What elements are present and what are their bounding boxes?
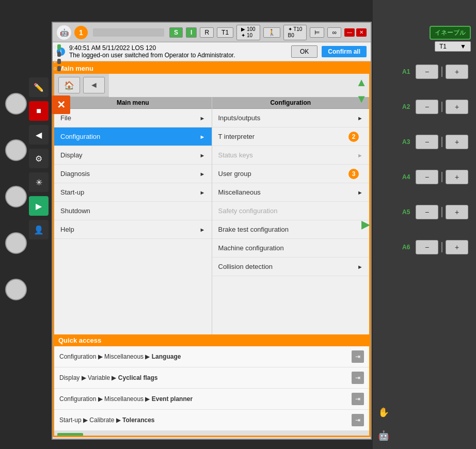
axis-a3-minus[interactable]: − [416, 135, 438, 149]
sidebar-circle-4[interactable] [5, 232, 27, 254]
hand-icon-btn[interactable]: ✋ [378, 407, 389, 418]
confirm-all-button[interactable]: Confirm all [322, 46, 367, 57]
quick-access-item-language[interactable]: Configuration ▶ Miscellaneous ▶ Language… [54, 346, 369, 367]
sidebar-circle-2[interactable] [5, 139, 27, 161]
menu-col-config: Configuration Inputs/outputs ► T interpr… [212, 97, 370, 334]
sidebar-circle-5[interactable] [5, 279, 27, 300]
axis-label-a1: A1 [402, 68, 412, 75]
t1-dropdown[interactable]: T1 ▼ [435, 41, 471, 52]
axis-a2-divider [441, 102, 442, 112]
play-right-btn[interactable]: ▶ [361, 218, 370, 231]
menu-io-arrow: ► [357, 115, 363, 121]
axis-a6-minus[interactable]: − [416, 240, 438, 254]
menu-collision-detect[interactable]: Collision detection ► [212, 258, 370, 276]
menu-shutdown[interactable]: Shutdown [54, 202, 212, 220]
panel-side-nav: ▲ ▼ [356, 74, 367, 108]
user-icon-btn[interactable]: 👤 [29, 220, 49, 239]
quick-access-arrow-event[interactable]: ⇥ [352, 393, 364, 405]
btn-t10[interactable]: ✦ T10B0 [283, 25, 307, 40]
menu-file-arrow: ► [200, 115, 205, 121]
axis-a5-plus[interactable]: + [446, 205, 468, 219]
quick-access-arrow-language[interactable]: ⇥ [352, 350, 364, 363]
nav-back-btn[interactable]: ◄ [83, 77, 105, 93]
btn-arrows[interactable]: ⊨ [310, 27, 324, 38]
quick-access-arrow-tolerances[interactable]: ⇥ [352, 414, 364, 426]
menu-tinterp-label: T interpreter [218, 133, 255, 140]
menu-col-main: Main menu File ► Configuration ► Display… [54, 97, 212, 334]
menu-startup-label: Start-up [60, 188, 84, 196]
badge-2: 2 [348, 132, 359, 142]
axis-a2-plus[interactable]: + [446, 100, 468, 114]
axis-a5-minus[interactable]: − [416, 205, 438, 219]
title-bar: 🤖 1 S I R T1 ▶ 100✦ 10 🚶 ✦ T10B0 ⊨ ∞ — ✕ [53, 23, 371, 42]
indicator-lights: 0 1 2 0 [53, 43, 62, 72]
menu-safetyconfig-label: Safety configuration [218, 207, 278, 215]
menu-t-interpreter[interactable]: T interpreter 2 [212, 127, 370, 146]
close-icon: ✕ [57, 99, 66, 111]
axis-a1-minus[interactable]: − [416, 65, 438, 79]
btn-t1[interactable]: T1 [217, 27, 233, 38]
sidebar-circle-1[interactable] [5, 93, 27, 115]
axis-label-a6: A6 [402, 244, 412, 251]
settings-icon-btn[interactable]: ⚙ [29, 149, 49, 168]
back-icon-btn[interactable]: ◀ [29, 125, 49, 145]
minimize-btn[interactable]: — [344, 28, 355, 37]
enable-button[interactable]: イネーブル [430, 26, 471, 40]
robot-bottom-icon[interactable]: 🤖 [378, 430, 389, 441]
menu-user-group[interactable]: User group 3 [212, 165, 370, 183]
quick-access-arrow-cyclical[interactable]: ⇥ [352, 372, 364, 384]
panel-nav-down[interactable]: ▼ [356, 92, 367, 106]
menu-brake-test[interactable]: Brake test configuration [212, 220, 370, 239]
menu-configuration-arrow: ► [200, 134, 205, 140]
btn-walk[interactable]: 🚶 [263, 27, 280, 38]
ok-button[interactable]: OK [291, 45, 318, 58]
menu-collisiondetect-arrow: ► [357, 264, 363, 270]
menu-braketest-label: Brake test configuration [218, 226, 289, 233]
axis-a3-plus[interactable]: + [446, 135, 468, 149]
left-sidebar [5, 93, 27, 300]
btn-inf[interactable]: ∞ [327, 27, 341, 38]
nav-buttons: 🏠 ◄ [54, 74, 109, 97]
edit-icon-btn[interactable]: ✏️ [29, 77, 49, 97]
axis-a4-minus[interactable]: − [416, 170, 438, 184]
stop-icon-btn[interactable]: ■ [29, 101, 49, 121]
btn-r[interactable]: R [200, 27, 214, 38]
close-btn[interactable]: ✕ [52, 95, 70, 114]
status-message: The logged-on user switched from Operato… [69, 52, 235, 59]
panel-nav-up[interactable]: ▲ [356, 76, 367, 89]
window-close-btn[interactable]: ✕ [356, 28, 367, 37]
btn-s[interactable]: S [169, 27, 183, 38]
menu-inputs-outputs[interactable]: Inputs/outputs ► [212, 109, 370, 127]
menu-machine-config[interactable]: Machine configuration [212, 239, 370, 258]
btn-i[interactable]: I [186, 27, 197, 38]
menu-file[interactable]: File ► [54, 109, 212, 127]
title-progress-bar [93, 28, 164, 37]
indicator-row-1: 1 [53, 51, 62, 58]
menu-help-arrow: ► [200, 227, 205, 233]
menu-help-label: Help [60, 226, 74, 233]
axis-a6-plus[interactable]: + [446, 240, 468, 254]
axis-a1-plus[interactable]: + [446, 65, 468, 79]
menu-help[interactable]: Help ► [54, 220, 212, 239]
axis-a2-minus[interactable]: − [416, 100, 438, 114]
sidebar-circle-3[interactable] [5, 186, 27, 207]
nav-home-btn[interactable]: 🏠 [58, 77, 80, 93]
progress-bar [57, 433, 83, 437]
axis-a5-divider [441, 207, 442, 217]
window-controls: — ✕ [344, 28, 367, 37]
menu-display[interactable]: Display ► [54, 146, 212, 165]
menu-miscellaneous[interactable]: Miscellaneous ► [212, 183, 370, 202]
quick-access-item-cyclical[interactable]: Display ▶ Variable ▶ Cyclical flags ⇥ [54, 367, 369, 389]
menu-diagnosis[interactable]: Diagnosis ► [54, 165, 212, 183]
menu-configuration[interactable]: Configuration ► [54, 127, 212, 146]
ind-num-2: 2 [54, 59, 56, 64]
play-icon-btn[interactable]: ▶ [29, 196, 49, 216]
menu-startup[interactable]: Start-up ► [54, 183, 212, 202]
quick-access-item-event[interactable]: Configuration ▶ Miscellaneous ▶ Event pl… [54, 389, 369, 410]
btn-speed[interactable]: ▶ 100✦ 10 [236, 25, 260, 40]
quick-access-header: Quick access [54, 334, 369, 346]
menu-safety-config: Safety configuration [212, 202, 370, 220]
axis-a4-plus[interactable]: + [446, 170, 468, 184]
snowflake-icon-btn[interactable]: ✳ [29, 172, 49, 192]
quick-access-item-tolerances[interactable]: Start-up ▶ Calibrate ▶ Tolerances ⇥ [54, 410, 369, 431]
